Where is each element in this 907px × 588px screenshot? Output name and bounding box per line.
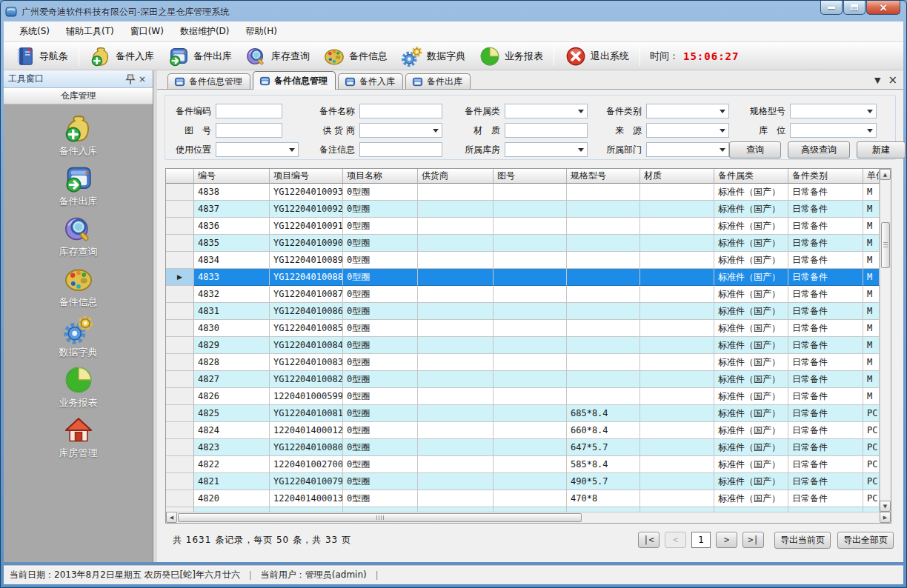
table-row[interactable]: 4823YG122040100800型圈647*5.7标准件（国产）日常备件PC — [166, 439, 880, 456]
table-row[interactable]: 4828YG122040100830型圈标准件（国产）日常备件M — [166, 354, 880, 371]
search-input-2-1[interactable] — [359, 142, 442, 157]
table-row[interactable]: 4838YG122040100930型圈标准件（国产）日常备件M — [166, 184, 880, 201]
toolbar-button-5[interactable]: 数据字典 — [394, 43, 472, 70]
table-row[interactable]: ▶4833YG122040100880型圈标准件（国产）日常备件M — [166, 269, 880, 286]
search-text-input[interactable] — [360, 104, 442, 118]
table-row[interactable]: 4832YG122040100870型圈标准件（国产）日常备件M — [166, 286, 880, 303]
toolbar-button-4[interactable]: 备件信息 — [316, 43, 394, 70]
search-select-2-0[interactable] — [216, 142, 299, 157]
chevron-down-icon[interactable] — [866, 124, 874, 137]
page-number-input[interactable] — [691, 532, 711, 548]
table-row[interactable]: 4827YG122040100820型圈标准件（国产）日常备件M — [166, 371, 880, 388]
menu-item-2[interactable]: 窗口(W) — [122, 22, 172, 41]
column-header-2[interactable]: 项目编号 — [270, 169, 343, 184]
column-header-9[interactable]: 备件类别 — [788, 169, 863, 184]
chevron-down-icon[interactable] — [431, 124, 440, 137]
table-row[interactable]: 4829YG122040100840型圈标准件（国产）日常备件M — [166, 337, 880, 354]
table-row[interactable]: 4835YG122040100900型圈标准件（国产）日常备件M — [166, 235, 880, 252]
column-header-5[interactable]: 图号 — [494, 169, 567, 184]
column-header-8[interactable]: 备件属类 — [714, 169, 788, 184]
column-header-3[interactable]: 项目名称 — [343, 169, 418, 184]
export-current-page-button[interactable]: 导出当前页 — [774, 532, 831, 549]
search-select-2-3[interactable] — [646, 142, 729, 157]
toolbar-button-1[interactable]: 备件入库 — [83, 43, 161, 70]
sidebar-item-1[interactable]: 备件出库 — [34, 162, 123, 208]
chevron-down-icon[interactable] — [866, 104, 874, 118]
grid-corner-cell[interactable] — [166, 169, 194, 184]
sidebar-close-icon[interactable]: × — [136, 73, 148, 85]
search-select-1-1[interactable] — [359, 123, 442, 138]
scroll-left-icon[interactable]: ◀ — [166, 512, 177, 523]
tab-1[interactable]: 备件信息管理 — [253, 71, 336, 90]
search-text-input[interactable] — [360, 143, 442, 156]
row-header[interactable] — [166, 337, 194, 354]
row-header[interactable] — [166, 439, 194, 456]
pin-icon[interactable] — [124, 73, 136, 85]
menu-item-4[interactable]: 帮助(H) — [238, 22, 285, 41]
search-text-input[interactable] — [216, 124, 282, 137]
column-header-10[interactable]: 单位 — [863, 169, 880, 184]
row-header[interactable] — [166, 320, 194, 337]
sidebar-item-0[interactable]: 备件入库 — [34, 112, 123, 158]
row-header[interactable] — [166, 371, 194, 388]
search-select-2-2[interactable] — [505, 142, 588, 157]
toolbar-button-0[interactable]: 导航条 — [7, 43, 75, 70]
hscroll-thumb[interactable] — [178, 513, 582, 522]
menu-item-1[interactable]: 辅助工具(T) — [58, 22, 122, 41]
search-select-0-2[interactable] — [505, 104, 588, 118]
row-header[interactable] — [166, 286, 194, 303]
search-select-0-3[interactable] — [646, 104, 729, 118]
search-input-0-0[interactable] — [216, 104, 282, 118]
chevron-down-icon[interactable] — [718, 124, 727, 137]
maximize-button[interactable] — [843, 1, 866, 15]
table-row[interactable]: 4821YG122040100790型圈490*5.7标准件（国产）日常备件PC — [166, 473, 880, 490]
table-row[interactable]: 4837YG122040100920型圈标准件（国产）日常备件M — [166, 201, 880, 218]
table-row[interactable]: 482212204010027000型圈585*8.4标准件（国产）日常备件PC — [166, 456, 880, 473]
search-select-0-4[interactable] — [790, 104, 877, 118]
toolbar-button-7[interactable]: 退出系统 — [558, 43, 636, 70]
search-input-1-2[interactable] — [505, 123, 588, 138]
row-header[interactable] — [166, 235, 194, 252]
row-header[interactable] — [166, 490, 194, 507]
row-header[interactable] — [166, 388, 194, 405]
column-header-1[interactable]: 编号 — [194, 169, 270, 184]
tab-0[interactable]: 备件信息管理 — [167, 73, 250, 89]
table-row[interactable]: 4836YG122040100910型圈标准件（国产）日常备件M — [166, 218, 880, 235]
selected-row-marker[interactable]: ▶ — [166, 269, 194, 286]
first-page-button[interactable]: |< — [638, 532, 660, 548]
next-page-button[interactable]: > — [716, 532, 737, 548]
chevron-down-icon[interactable] — [577, 143, 585, 156]
row-header[interactable] — [166, 201, 194, 218]
tab-close-icon[interactable]: × — [888, 75, 897, 86]
chevron-down-icon[interactable] — [718, 143, 727, 156]
row-header[interactable] — [166, 218, 194, 235]
menu-item-3[interactable]: 数据维护(D) — [172, 22, 238, 41]
query-button[interactable]: 查询 — [729, 141, 781, 158]
table-row[interactable]: 4831YG122040100860型圈标准件（国产）日常备件M — [166, 303, 880, 320]
horizontal-scrollbar[interactable]: ◀ ▶ — [166, 512, 891, 523]
scroll-down-icon[interactable]: ▼ — [880, 501, 891, 512]
column-header-4[interactable]: 供货商 — [418, 169, 494, 184]
search-select-1-4[interactable] — [790, 123, 877, 138]
search-text-input[interactable] — [216, 104, 282, 118]
minimize-button[interactable] — [820, 1, 843, 15]
sidebar-item-6[interactable]: 库房管理 — [34, 414, 123, 460]
sidebar-item-4[interactable]: 数据字典 — [34, 313, 123, 359]
table-row[interactable]: 482612204010005990型圈标准件（国产）日常备件M — [166, 388, 880, 405]
chevron-down-icon[interactable] — [718, 104, 727, 118]
search-text-input[interactable] — [505, 124, 587, 137]
row-header[interactable] — [166, 252, 194, 269]
scroll-up-icon[interactable]: ▲ — [880, 169, 891, 180]
row-header[interactable] — [166, 422, 194, 439]
vscroll-thumb[interactable] — [881, 222, 890, 268]
new-button[interactable]: 新建 — [857, 141, 906, 158]
chevron-down-icon[interactable] — [288, 143, 296, 156]
search-input-0-1[interactable] — [359, 104, 442, 118]
column-header-7[interactable]: 材质 — [640, 169, 714, 184]
close-button[interactable]: × — [866, 1, 900, 15]
table-row[interactable]: 482412204014000120型圈660*8.4标准件（国产）日常备件PC — [166, 422, 880, 439]
table-row[interactable]: 4830YG122040100850型圈标准件（国产）日常备件M — [166, 320, 880, 337]
row-header[interactable] — [166, 184, 194, 201]
scroll-right-icon[interactable]: ▶ — [880, 512, 891, 523]
row-header[interactable] — [166, 354, 194, 371]
